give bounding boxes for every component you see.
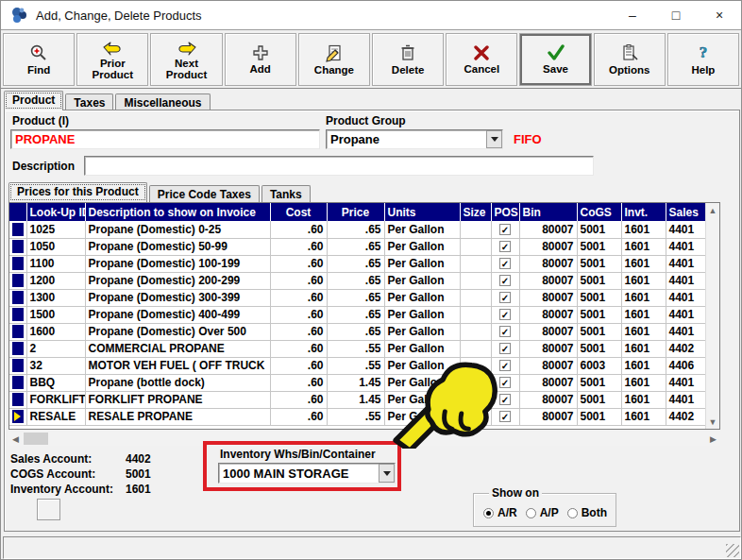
cell-lookup-id[interactable]: 1600 xyxy=(26,323,85,340)
cell-units[interactable]: Per Gallon xyxy=(384,306,460,323)
cell-cost[interactable]: .60 xyxy=(270,374,327,391)
cell-cost[interactable]: .60 xyxy=(270,272,327,289)
grid-row[interactable]: 1600 Propane (Domestic) Over 500 .60 .65… xyxy=(9,323,705,340)
tab-taxes[interactable]: Taxes xyxy=(65,93,113,110)
delete-button[interactable]: Delete xyxy=(372,33,444,86)
cell-bin[interactable]: 80007 xyxy=(519,357,577,374)
cell-pos[interactable]: ✓ xyxy=(491,221,519,238)
cell-description[interactable]: RESALE PROPANE xyxy=(85,408,270,425)
add-button[interactable]: Add xyxy=(225,33,296,86)
cell-invt[interactable]: 1601 xyxy=(621,357,666,374)
cell-bin[interactable]: 80007 xyxy=(519,272,577,289)
cell-pos[interactable]: ✓ xyxy=(491,391,519,408)
cell-pos[interactable]: ✓ xyxy=(491,374,519,391)
chevron-down-icon[interactable] xyxy=(379,464,395,483)
pos-checkbox[interactable]: ✓ xyxy=(499,377,511,388)
pos-checkbox[interactable]: ✓ xyxy=(499,292,511,303)
row-marker[interactable] xyxy=(9,255,26,272)
inventory-container-select[interactable]: 1000 MAIN STORAGE xyxy=(218,463,396,484)
cell-pos[interactable]: ✓ xyxy=(491,340,519,357)
cell-invt[interactable]: 1601 xyxy=(621,391,666,408)
cell-price[interactable]: .65 xyxy=(327,255,384,272)
chevron-down-icon[interactable] xyxy=(486,130,502,148)
grid-row[interactable]: 32 MOTOR VEH FUEL ( OFF TRUCK .60 .55 Pe… xyxy=(9,357,705,374)
cell-invt[interactable]: 1601 xyxy=(621,306,666,323)
cell-size[interactable] xyxy=(460,374,491,391)
cell-size[interactable] xyxy=(460,289,491,306)
cell-size[interactable] xyxy=(460,255,491,272)
row-marker[interactable] xyxy=(9,374,26,391)
cell-bin[interactable]: 80007 xyxy=(519,391,577,408)
cell-invt[interactable]: 1601 xyxy=(621,374,666,391)
cell-description[interactable]: Propane (Domestic) 400-499 xyxy=(85,306,270,323)
grid-row[interactable]: 1100 Propane (Domestic) 100-199 .60 .65 … xyxy=(9,255,705,272)
cell-size[interactable] xyxy=(460,408,491,425)
grid-row[interactable]: FORKLIFT FORKLIFT PROPANE .60 1.45 Per G… xyxy=(9,391,705,408)
cell-description[interactable]: COMMERCIAL PROPANE xyxy=(85,340,270,357)
cell-sales[interactable]: 4401 xyxy=(666,374,705,391)
cell-sales[interactable]: 4402 xyxy=(666,340,705,357)
cell-sales[interactable]: 4401 xyxy=(666,306,705,323)
cell-lookup-id[interactable]: FORKLIFT xyxy=(26,391,85,408)
grid-row[interactable]: BBQ Propane (bottle dock) .60 1.45 Per G… xyxy=(9,374,705,391)
cell-invt[interactable]: 1601 xyxy=(621,323,666,340)
help-button[interactable]: ? Help xyxy=(667,33,739,86)
cell-invt[interactable]: 1601 xyxy=(621,255,666,272)
cell-price[interactable]: .65 xyxy=(327,306,384,323)
row-marker[interactable] xyxy=(9,272,26,289)
cell-units[interactable]: Per Gallon xyxy=(384,357,460,374)
grid-row[interactable]: 1500 Propane (Domestic) 400-499 .60 .65 … xyxy=(9,306,705,323)
pos-checkbox[interactable]: ✓ xyxy=(499,394,511,405)
cell-sales[interactable]: 4401 xyxy=(666,289,705,306)
cell-sales[interactable]: 4401 xyxy=(666,221,705,238)
grid-row[interactable]: 2 COMMERCIAL PROPANE .60 .55 Per Gallon … xyxy=(9,340,705,357)
cell-cogs[interactable]: 5001 xyxy=(577,289,621,306)
cell-description[interactable]: Propane (Domestic) 200-299 xyxy=(85,272,270,289)
pos-checkbox[interactable]: ✓ xyxy=(499,224,511,235)
cell-price[interactable]: 1.45 xyxy=(327,374,384,391)
grid-row[interactable]: 1050 Propane (Domestic) 50-99 .60 .65 Pe… xyxy=(9,238,705,255)
row-marker[interactable] xyxy=(9,408,26,425)
radio-ap[interactable]: A/P xyxy=(526,506,559,519)
radio-ar[interactable]: A/R xyxy=(483,506,517,519)
cell-invt[interactable]: 1601 xyxy=(621,221,666,238)
cell-cost[interactable]: .60 xyxy=(270,289,327,306)
tab-tanks[interactable]: Tanks xyxy=(261,185,311,202)
row-marker[interactable] xyxy=(9,357,26,374)
cell-size[interactable] xyxy=(460,357,491,374)
cell-units[interactable]: Per Gallon xyxy=(384,374,460,391)
cell-cost[interactable]: .60 xyxy=(270,255,327,272)
cell-cogs[interactable]: 5001 xyxy=(577,238,621,255)
cell-cogs[interactable]: 5001 xyxy=(577,255,621,272)
cell-cost[interactable]: .60 xyxy=(270,357,327,374)
cell-size[interactable] xyxy=(460,323,491,340)
pos-checkbox[interactable]: ✓ xyxy=(499,326,511,337)
cell-description[interactable]: Propane (Domestic) 100-199 xyxy=(85,255,270,272)
pos-checkbox[interactable]: ✓ xyxy=(499,275,511,286)
cell-bin[interactable]: 80007 xyxy=(519,323,577,340)
row-marker[interactable] xyxy=(9,306,26,323)
cell-sales[interactable]: 4401 xyxy=(666,391,705,408)
cell-price[interactable]: .65 xyxy=(327,272,384,289)
cell-pos[interactable]: ✓ xyxy=(491,289,519,306)
scroll-right-icon[interactable]: ▶ xyxy=(706,432,720,446)
cell-units[interactable]: Per Gallon xyxy=(384,323,460,340)
cell-pos[interactable]: ✓ xyxy=(491,272,519,289)
cell-pos[interactable]: ✓ xyxy=(491,306,519,323)
cell-cost[interactable]: .60 xyxy=(270,323,327,340)
cell-bin[interactable]: 80007 xyxy=(519,340,577,357)
cell-price[interactable]: .65 xyxy=(327,221,384,238)
cell-sales[interactable]: 4401 xyxy=(666,323,705,340)
cell-size[interactable] xyxy=(460,391,491,408)
cell-lookup-id[interactable]: 1500 xyxy=(26,306,85,323)
cell-size[interactable] xyxy=(460,238,491,255)
close-button[interactable]: × xyxy=(698,1,741,29)
cell-invt[interactable]: 1601 xyxy=(621,340,666,357)
cell-description[interactable]: Propane (Domestic) 300-399 xyxy=(85,289,270,306)
cell-units[interactable]: Per Gallon xyxy=(384,255,460,272)
cell-cogs[interactable]: 5001 xyxy=(577,340,621,357)
cell-units[interactable]: Per Gallon xyxy=(384,408,460,425)
cell-pos[interactable]: ✓ xyxy=(491,323,519,340)
cell-lookup-id[interactable]: 2 xyxy=(26,340,85,357)
cell-cogs[interactable]: 5001 xyxy=(577,391,621,408)
